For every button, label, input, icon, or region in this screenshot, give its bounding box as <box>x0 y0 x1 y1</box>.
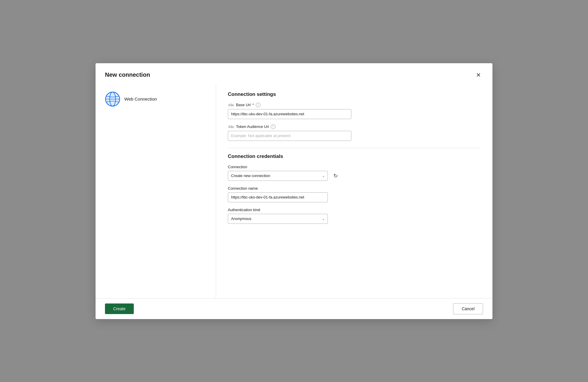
cancel-button[interactable]: Cancel <box>453 303 483 314</box>
auth-kind-select-wrapper: Anonymous ⌄ <box>228 214 328 224</box>
token-audience-label-text: Token Audience Uri <box>236 124 269 129</box>
abc-icon-base-url: Abc <box>228 103 234 107</box>
create-button[interactable]: Create <box>105 303 134 314</box>
connection-select[interactable]: Create new connection <box>228 171 328 181</box>
auth-kind-label: Authentication kind <box>228 208 481 212</box>
modal-footer: Create Cancel <box>96 298 492 319</box>
auth-kind-select[interactable]: Anonymous <box>228 214 328 224</box>
token-audience-info-icon[interactable]: i <box>271 124 275 129</box>
token-audience-input[interactable] <box>228 131 351 141</box>
modal-body: Web Connection Connection settings Abc B… <box>96 84 492 298</box>
token-audience-field-group: Abc Token Audience Uri i <box>228 124 481 141</box>
base-url-label-text: Base Url <box>236 103 251 107</box>
connector-name: Web Connection <box>124 96 157 101</box>
connection-settings-title: Connection settings <box>228 91 481 97</box>
connection-row: Create new connection ⌄ ↻ <box>228 171 481 181</box>
modal-title: New connection <box>105 71 150 78</box>
connection-name-input[interactable] <box>228 192 328 202</box>
new-connection-modal: New connection ✕ Web Connection <box>96 63 492 319</box>
connection-select-wrapper: Create new connection ⌄ <box>228 171 328 181</box>
connector-info: Web Connection <box>105 91 206 107</box>
right-panel: Connection settings Abc Base Url * i Abc <box>216 84 492 298</box>
connection-name-field-group: Connection name <box>228 186 481 202</box>
connection-credentials-title: Connection credentials <box>228 154 481 159</box>
connection-label: Connection <box>228 165 481 169</box>
connection-credentials-section: Connection credentials Connection Create… <box>228 154 481 224</box>
base-url-required: * <box>253 103 254 107</box>
abc-icon-token: Abc <box>228 124 234 129</box>
refresh-button[interactable]: ↻ <box>331 171 340 181</box>
left-panel: Web Connection <box>96 84 216 298</box>
refresh-icon: ↻ <box>333 173 338 179</box>
section-divider <box>228 148 481 148</box>
modal-header: New connection ✕ <box>96 63 492 84</box>
connection-name-label: Connection name <box>228 186 481 191</box>
close-icon: ✕ <box>476 71 481 79</box>
token-audience-label: Abc Token Audience Uri i <box>228 124 481 129</box>
base-url-input[interactable] <box>228 109 351 119</box>
close-button[interactable]: ✕ <box>474 70 483 80</box>
base-url-info-icon[interactable]: i <box>256 103 260 107</box>
base-url-field-group: Abc Base Url * i <box>228 103 481 119</box>
connection-field-group: Connection Create new connection ⌄ ↻ <box>228 165 481 181</box>
auth-kind-field-group: Authentication kind Anonymous ⌄ <box>228 208 481 224</box>
connection-settings-section: Connection settings Abc Base Url * i Abc <box>228 91 481 141</box>
web-connection-icon <box>105 91 120 107</box>
base-url-label: Abc Base Url * i <box>228 103 481 107</box>
